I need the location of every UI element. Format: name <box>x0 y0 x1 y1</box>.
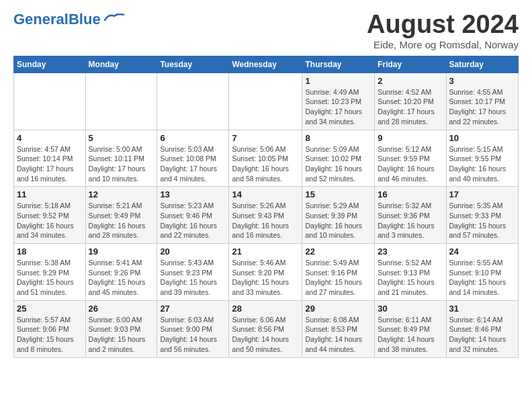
calendar-cell-w1-d2: 6Sunrise: 5:03 AM Sunset: 10:08 PM Dayli… <box>157 130 229 187</box>
day-number: 21 <box>232 246 299 257</box>
day-info: Sunrise: 5:26 AM Sunset: 9:43 PM Dayligh… <box>232 201 299 240</box>
day-info: Sunrise: 4:57 AM Sunset: 10:14 PM Daylig… <box>17 144 83 184</box>
day-number: 22 <box>305 246 371 257</box>
day-info: Sunrise: 6:14 AM Sunset: 8:46 PM Dayligh… <box>449 315 515 355</box>
day-info: Sunrise: 5:38 AM Sunset: 9:29 PM Dayligh… <box>17 258 83 298</box>
day-info: Sunrise: 6:11 AM Sunset: 8:49 PM Dayligh… <box>378 315 443 355</box>
day-number: 25 <box>17 304 83 314</box>
calendar-cell-w4-d6: 31Sunrise: 6:14 AM Sunset: 8:46 PM Dayli… <box>446 300 518 357</box>
calendar-title: August 2024 <box>367 11 519 39</box>
calendar-cell-w0-d5: 2Sunrise: 4:52 AM Sunset: 10:20 PM Dayli… <box>375 73 446 130</box>
calendar-cell-w4-d4: 29Sunrise: 6:08 AM Sunset: 8:53 PM Dayli… <box>302 300 375 357</box>
day-number: 14 <box>232 189 299 199</box>
day-info: Sunrise: 5:23 AM Sunset: 9:46 PM Dayligh… <box>160 201 226 240</box>
day-number: 12 <box>89 189 154 199</box>
day-number: 11 <box>17 189 83 199</box>
day-number: 13 <box>160 189 226 199</box>
day-info: Sunrise: 5:00 AM Sunset: 10:11 PM Daylig… <box>89 144 154 184</box>
day-number: 15 <box>305 189 371 199</box>
day-info: Sunrise: 5:06 AM Sunset: 10:05 PM Daylig… <box>232 144 299 184</box>
calendar-subtitle: Eide, More og Romsdal, Norway <box>367 39 519 50</box>
calendar-cell-w0-d1 <box>85 73 157 130</box>
calendar-cell-w2-d2: 13Sunrise: 5:23 AM Sunset: 9:46 PM Dayli… <box>157 187 229 244</box>
calendar-cell-w3-d0: 18Sunrise: 5:38 AM Sunset: 9:29 PM Dayli… <box>14 244 86 301</box>
day-info: Sunrise: 5:03 AM Sunset: 10:08 PM Daylig… <box>160 144 226 184</box>
logo: GeneralBlue <box>13 11 125 27</box>
calendar-cell-w2-d0: 11Sunrise: 5:18 AM Sunset: 9:52 PM Dayli… <box>14 187 86 244</box>
calendar-cell-w4-d5: 30Sunrise: 6:11 AM Sunset: 8:49 PM Dayli… <box>375 300 446 357</box>
day-number: 23 <box>378 246 443 257</box>
weekday-header-monday: Monday <box>85 56 157 73</box>
weekday-header-tuesday: Tuesday <box>157 56 229 73</box>
day-info: Sunrise: 5:29 AM Sunset: 9:39 PM Dayligh… <box>305 201 371 240</box>
calendar-cell-w0-d4: 1Sunrise: 4:49 AM Sunset: 10:23 PM Dayli… <box>302 73 375 130</box>
calendar-cell-w1-d4: 8Sunrise: 5:09 AM Sunset: 10:02 PM Dayli… <box>302 130 375 187</box>
calendar-cell-w3-d6: 24Sunrise: 5:55 AM Sunset: 9:10 PM Dayli… <box>446 244 518 301</box>
day-number: 16 <box>378 189 443 199</box>
day-number: 26 <box>89 304 154 314</box>
day-number: 1 <box>305 76 371 86</box>
calendar-cell-w0-d3 <box>229 73 302 130</box>
day-info: Sunrise: 5:49 AM Sunset: 9:16 PM Dayligh… <box>305 258 371 298</box>
day-number: 2 <box>378 76 443 86</box>
calendar-cell-w3-d2: 20Sunrise: 5:43 AM Sunset: 9:23 PM Dayli… <box>157 244 229 301</box>
weekday-header-wednesday: Wednesday <box>229 56 302 73</box>
day-number: 4 <box>17 133 83 143</box>
day-info: Sunrise: 5:15 AM Sunset: 9:55 PM Dayligh… <box>449 144 515 184</box>
day-number: 10 <box>449 133 515 143</box>
calendar-cell-w2-d5: 16Sunrise: 5:32 AM Sunset: 9:36 PM Dayli… <box>375 187 446 244</box>
day-info: Sunrise: 5:41 AM Sunset: 9:26 PM Dayligh… <box>89 258 154 298</box>
calendar-cell-w4-d3: 28Sunrise: 6:06 AM Sunset: 8:56 PM Dayli… <box>229 300 302 357</box>
day-info: Sunrise: 5:43 AM Sunset: 9:23 PM Dayligh… <box>160 258 226 298</box>
day-number: 20 <box>160 246 226 257</box>
day-number: 5 <box>89 133 154 143</box>
calendar-cell-w4-d0: 25Sunrise: 5:57 AM Sunset: 9:06 PM Dayli… <box>14 300 86 357</box>
day-number: 24 <box>449 246 515 257</box>
day-info: Sunrise: 5:21 AM Sunset: 9:49 PM Dayligh… <box>89 201 154 240</box>
day-info: Sunrise: 5:35 AM Sunset: 9:33 PM Dayligh… <box>449 201 515 240</box>
weekday-header-saturday: Saturday <box>446 56 518 73</box>
weekday-header-friday: Friday <box>375 56 446 73</box>
calendar-cell-w0-d0 <box>14 73 86 130</box>
day-number: 17 <box>449 189 515 199</box>
day-info: Sunrise: 5:52 AM Sunset: 9:13 PM Dayligh… <box>378 258 443 298</box>
calendar-cell-w2-d1: 12Sunrise: 5:21 AM Sunset: 9:49 PM Dayli… <box>85 187 157 244</box>
day-info: Sunrise: 5:09 AM Sunset: 10:02 PM Daylig… <box>305 144 371 184</box>
day-number: 18 <box>17 246 83 257</box>
day-info: Sunrise: 5:32 AM Sunset: 9:36 PM Dayligh… <box>378 201 443 240</box>
day-number: 31 <box>449 304 515 314</box>
calendar-cell-w3-d3: 21Sunrise: 5:46 AM Sunset: 9:20 PM Dayli… <box>229 244 302 301</box>
day-info: Sunrise: 6:08 AM Sunset: 8:53 PM Dayligh… <box>305 315 371 355</box>
weekday-header-sunday: Sunday <box>14 56 86 73</box>
weekday-header-thursday: Thursday <box>302 56 375 73</box>
day-number: 29 <box>305 304 371 314</box>
day-info: Sunrise: 4:55 AM Sunset: 10:17 PM Daylig… <box>449 87 515 127</box>
day-number: 6 <box>160 133 226 143</box>
calendar-cell-w1-d6: 10Sunrise: 5:15 AM Sunset: 9:55 PM Dayli… <box>446 130 518 187</box>
day-info: Sunrise: 5:18 AM Sunset: 9:52 PM Dayligh… <box>17 201 83 240</box>
logo-text-general: General <box>13 11 69 28</box>
calendar-cell-w2-d6: 17Sunrise: 5:35 AM Sunset: 9:33 PM Dayli… <box>446 187 518 244</box>
day-number: 7 <box>232 133 299 143</box>
calendar-table: SundayMondayTuesdayWednesdayThursdayFrid… <box>13 56 519 358</box>
calendar-cell-w2-d3: 14Sunrise: 5:26 AM Sunset: 9:43 PM Dayli… <box>229 187 302 244</box>
day-number: 3 <box>449 76 515 86</box>
calendar-cell-w2-d4: 15Sunrise: 5:29 AM Sunset: 9:39 PM Dayli… <box>302 187 375 244</box>
day-number: 8 <box>305 133 371 143</box>
day-info: Sunrise: 6:03 AM Sunset: 9:00 PM Dayligh… <box>160 315 226 355</box>
day-number: 27 <box>160 304 226 314</box>
logo-bird-icon <box>103 11 125 24</box>
calendar-cell-w0-d6: 3Sunrise: 4:55 AM Sunset: 10:17 PM Dayli… <box>446 73 518 130</box>
day-info: Sunrise: 5:57 AM Sunset: 9:06 PM Dayligh… <box>17 315 83 355</box>
day-number: 28 <box>232 304 299 314</box>
calendar-cell-w1-d5: 9Sunrise: 5:12 AM Sunset: 9:59 PM Daylig… <box>375 130 446 187</box>
day-info: Sunrise: 4:52 AM Sunset: 10:20 PM Daylig… <box>378 87 443 127</box>
day-info: Sunrise: 6:00 AM Sunset: 9:03 PM Dayligh… <box>89 315 154 355</box>
day-info: Sunrise: 5:46 AM Sunset: 9:20 PM Dayligh… <box>232 258 299 298</box>
calendar-cell-w3-d1: 19Sunrise: 5:41 AM Sunset: 9:26 PM Dayli… <box>85 244 157 301</box>
day-number: 19 <box>89 246 154 257</box>
calendar-cell-w3-d5: 23Sunrise: 5:52 AM Sunset: 9:13 PM Dayli… <box>375 244 446 301</box>
calendar-cell-w1-d1: 5Sunrise: 5:00 AM Sunset: 10:11 PM Dayli… <box>85 130 157 187</box>
day-info: Sunrise: 4:49 AM Sunset: 10:23 PM Daylig… <box>305 87 371 127</box>
day-number: 30 <box>378 304 443 314</box>
